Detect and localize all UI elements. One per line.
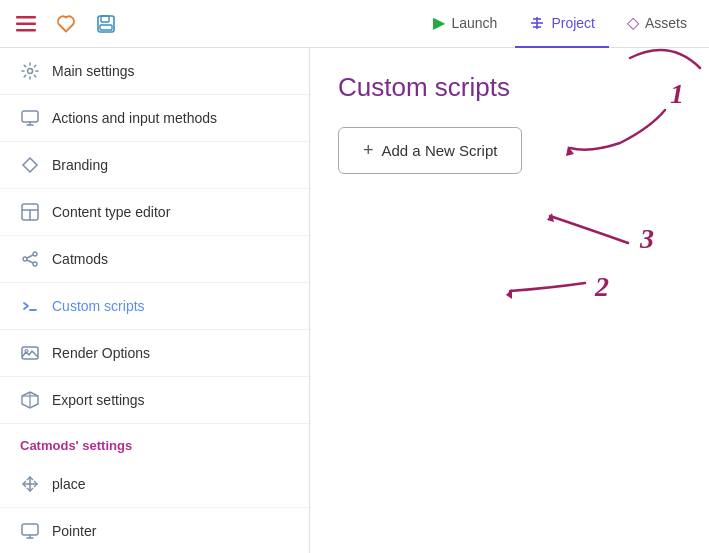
sidebar-item-render-options[interactable]: Render Options (0, 330, 309, 377)
sidebar-item-catmods-label: Catmods (52, 251, 108, 267)
assets-tab-label: Assets (645, 15, 687, 31)
add-new-script-button[interactable]: + Add a New Script (338, 127, 522, 174)
add-script-button-label: Add a New Script (382, 142, 498, 159)
svg-rect-30 (22, 524, 38, 535)
sidebar-item-branding[interactable]: Branding (0, 142, 309, 189)
svg-rect-5 (100, 25, 112, 30)
box-icon (20, 390, 40, 410)
project-icon (529, 15, 545, 31)
svg-point-18 (33, 252, 37, 256)
layout-icon (20, 202, 40, 222)
assets-icon: ◇ (627, 13, 639, 32)
save-button[interactable] (88, 6, 124, 42)
assets-tab[interactable]: ◇ Assets (613, 0, 701, 48)
project-tab-label: Project (551, 15, 595, 31)
sidebar-item-content-type[interactable]: Content type editor (0, 189, 309, 236)
pointer-icon (20, 521, 40, 541)
hamburger-menu-button[interactable] (8, 6, 44, 42)
svg-line-22 (27, 255, 33, 258)
svg-point-25 (25, 350, 28, 353)
launch-icon: ▶ (433, 13, 445, 32)
gear-icon (20, 61, 40, 81)
sidebar-item-actions-label: Actions and input methods (52, 110, 217, 126)
svg-rect-0 (16, 16, 36, 19)
sidebar-item-main-settings[interactable]: Main settings (0, 48, 309, 95)
sidebar: Main settings Actions and input methods … (0, 48, 310, 553)
svg-point-19 (23, 257, 27, 261)
monitor-icon (20, 108, 40, 128)
sidebar-item-main-settings-label: Main settings (52, 63, 134, 79)
page-title: Custom scripts (338, 72, 681, 103)
svg-text:3: 3 (639, 223, 654, 254)
svg-marker-36 (506, 289, 512, 299)
svg-rect-2 (16, 29, 36, 32)
svg-rect-4 (101, 16, 109, 22)
sidebar-item-custom-scripts-label: Custom scripts (52, 298, 145, 314)
launch-tab-label: Launch (451, 15, 497, 31)
sidebar-item-branding-label: Branding (52, 157, 108, 173)
annotations-svg: 1 2 3 (310, 48, 709, 553)
svg-rect-1 (16, 22, 36, 25)
sidebar-item-content-type-label: Content type editor (52, 204, 170, 220)
catmods-settings-header: Catmods' settings (0, 424, 309, 461)
plus-icon: + (363, 140, 374, 161)
sidebar-item-export-settings[interactable]: Export settings (0, 377, 309, 424)
sidebar-item-pointer[interactable]: Pointer (0, 508, 309, 553)
sidebar-item-custom-scripts[interactable]: Custom scripts (0, 283, 309, 330)
svg-marker-38 (547, 213, 554, 222)
sidebar-item-catmods[interactable]: Catmods (0, 236, 309, 283)
top-nav: ▶ Launch Project ◇ Assets (0, 0, 709, 48)
svg-point-20 (33, 262, 37, 266)
sidebar-item-pointer-label: Pointer (52, 523, 96, 539)
diamond-icon (20, 155, 40, 175)
terminal-icon (20, 296, 40, 316)
content-area: Custom scripts + Add a New Script 1 2 3 (310, 48, 709, 553)
launch-tab[interactable]: ▶ Launch (419, 0, 511, 48)
move-icon (20, 474, 40, 494)
svg-rect-11 (22, 111, 38, 122)
main-layout: Main settings Actions and input methods … (0, 48, 709, 553)
svg-marker-34 (566, 146, 574, 156)
svg-line-21 (27, 260, 33, 263)
sidebar-item-actions-input[interactable]: Actions and input methods (0, 95, 309, 142)
svg-text:2: 2 (594, 271, 609, 302)
project-tab[interactable]: Project (515, 0, 609, 48)
svg-marker-14 (23, 158, 37, 172)
sidebar-item-export-settings-label: Export settings (52, 392, 145, 408)
share-icon (20, 249, 40, 269)
favorites-button[interactable] (48, 6, 84, 42)
svg-point-10 (28, 69, 33, 74)
sidebar-item-place-label: place (52, 476, 85, 492)
sidebar-item-place[interactable]: place (0, 461, 309, 508)
image-icon (20, 343, 40, 363)
sidebar-item-render-options-label: Render Options (52, 345, 150, 361)
